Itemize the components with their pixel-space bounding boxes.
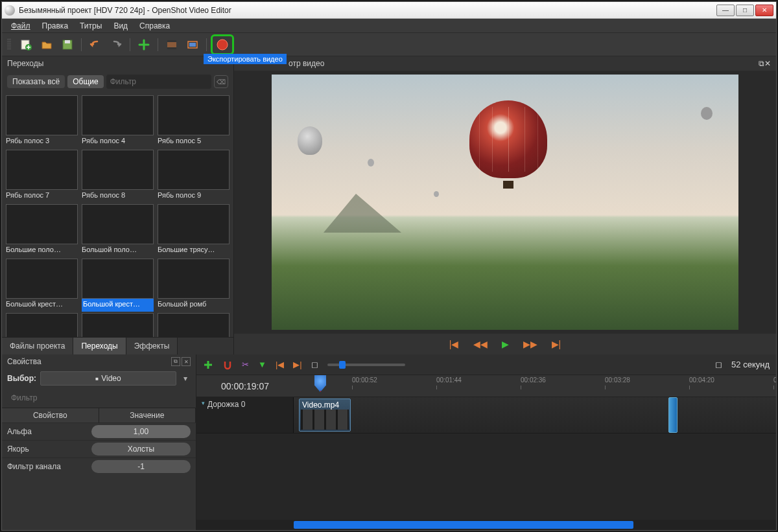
jump-end-button[interactable]: ▶| — [552, 339, 561, 349]
panel-close-button[interactable]: ✕ — [764, 59, 771, 68]
thumb-image — [82, 313, 154, 337]
transitions-panel-header: Переходы — [2, 56, 233, 71]
transition-thumb[interactable] — [6, 313, 78, 337]
menu-view[interactable]: Вид — [108, 20, 133, 32]
rewind-button[interactable]: ◀◀ — [473, 339, 488, 349]
track-header[interactable]: Дорожка 0 — [196, 397, 294, 433]
import-files-button[interactable] — [137, 38, 151, 52]
menu-help[interactable]: Справка — [134, 20, 175, 32]
properties-filter-input[interactable] — [7, 391, 191, 405]
fullscreen-button[interactable] — [185, 38, 200, 52]
timeline-ruler[interactable]: 00:00:5200:01:4400:02:3600:03:2800:04:20… — [294, 375, 776, 397]
clear-filter-button[interactable]: ⌫ — [214, 75, 228, 88]
menu-titles[interactable]: Титры — [75, 20, 107, 32]
save-project-button[interactable] — [60, 38, 75, 52]
thumb-label: Большой крест… — [6, 299, 78, 312]
track-row: Дорожка 0 Video.mp4 — [196, 397, 776, 434]
fast-forward-button[interactable]: ▶▶ — [523, 339, 537, 349]
timeline-duration: 52 секунд — [731, 360, 770, 369]
jump-start-button[interactable]: |◀ — [449, 339, 459, 349]
play-button[interactable]: ▶ — [502, 339, 509, 349]
svg-rect-8 — [189, 43, 196, 47]
transitions-filter-input[interactable] — [106, 75, 211, 89]
col-value[interactable]: Значение — [99, 408, 196, 422]
prop-key: Фильтр канала — [2, 458, 86, 475]
show-all-chip[interactable]: Показать всё — [7, 75, 65, 88]
undo-button[interactable] — [88, 38, 102, 52]
clip-end-handle[interactable] — [668, 397, 678, 433]
open-project-button[interactable] — [40, 38, 54, 52]
timeline-tracks[interactable]: Дорожка 0 Video.mp4 — [196, 397, 776, 520]
tab-effects[interactable]: Эффекты — [126, 338, 178, 354]
close-button[interactable]: ✕ — [755, 5, 773, 16]
timeline-toolbar: ✂ ▼ |◀ ▶| ◻ ◻ 52 секунд — [196, 354, 776, 375]
preview-panel-header: x отр видео ⧉ ✕ — [234, 56, 776, 71]
transition-thumb[interactable]: Большой ромб — [158, 259, 230, 312]
transition-thumb[interactable]: Рябь полос 7 — [6, 150, 78, 203]
new-project-button[interactable] — [19, 38, 33, 52]
svg-rect-3 — [65, 40, 70, 43]
menu-edit[interactable]: Правка — [37, 20, 74, 32]
selection-label: Выбор: — [7, 374, 36, 383]
transition-thumb[interactable]: Большие трясу… — [158, 204, 230, 257]
common-chip[interactable]: Общие — [67, 75, 103, 88]
profile-button[interactable] — [165, 38, 179, 52]
prop-value[interactable]: -1 — [91, 460, 191, 473]
property-row[interactable]: Фильтр канала-1 — [2, 457, 196, 475]
clip-label: Video.mp4 — [302, 400, 339, 410]
video-clip[interactable]: Video.mp4 — [299, 399, 351, 432]
export-video-button[interactable] — [215, 38, 230, 52]
transition-thumb[interactable]: Рябь полос 4 — [82, 95, 154, 148]
timecode-display[interactable]: 00:00:19:07 — [196, 375, 294, 397]
video-preview[interactable] — [234, 71, 776, 334]
maximize-button[interactable]: □ — [736, 5, 754, 16]
marker-button[interactable]: ▼ — [258, 360, 266, 369]
prop-value[interactable]: 1,00 — [91, 425, 191, 438]
transition-thumb[interactable]: Рябь полос 3 — [6, 95, 78, 148]
selection-caret[interactable]: ▾ — [180, 374, 191, 383]
razor-button[interactable]: ✂ — [242, 360, 249, 369]
timeline-scrollbar[interactable] — [196, 520, 776, 530]
transition-thumb[interactable] — [82, 313, 154, 337]
property-row[interactable]: Альфа1,00 — [2, 422, 196, 440]
thumb-image — [82, 259, 154, 299]
ruler-tick: 00:05:12 — [773, 376, 776, 384]
col-property[interactable]: Свойство — [2, 408, 99, 422]
snap-button[interactable] — [222, 360, 233, 370]
prop-value[interactable]: Холсты — [91, 443, 191, 456]
menu-file[interactable]: Файл — [6, 20, 36, 32]
panel-detach-button[interactable]: ⧉ — [759, 59, 764, 68]
minimize-button[interactable]: — — [716, 5, 735, 16]
thumb-image — [158, 95, 230, 135]
center-playhead-button[interactable]: ◻ — [311, 360, 318, 369]
property-row[interactable]: ЯкорьХолсты — [2, 440, 196, 457]
preview-title-suffix: отр видео — [289, 59, 324, 68]
ruler-tick: 00:00:52 — [352, 376, 377, 384]
transition-thumb[interactable]: Большой крест… — [82, 259, 154, 312]
zoom-slider[interactable] — [327, 364, 405, 366]
thumb-label: Большой ромб — [158, 299, 230, 312]
titlebar[interactable]: Безымянный проект [HDV 720 24p] - OpenSh… — [2, 2, 776, 19]
transition-thumb[interactable]: Рябь полос 9 — [158, 150, 230, 203]
props-close-button[interactable]: ✕ — [182, 357, 191, 366]
thumb-image — [82, 204, 154, 244]
transition-thumb[interactable]: Рябь полос 5 — [158, 95, 230, 148]
selection-dropdown[interactable]: Video — [40, 371, 176, 386]
transition-thumb[interactable]: Большие поло… — [6, 204, 78, 257]
playhead[interactable] — [314, 375, 326, 392]
thumb-label: Рябь полос 8 — [82, 190, 154, 203]
props-detach-button[interactable]: ⧉ — [171, 357, 180, 366]
svg-rect-5 — [167, 40, 176, 42]
tab-project-files[interactable]: Файлы проекта — [2, 338, 73, 354]
next-marker-button[interactable]: ▶| — [293, 360, 301, 369]
main-toolbar — [2, 33, 776, 56]
tab-transitions[interactable]: Переходы — [73, 338, 126, 354]
transition-thumb[interactable] — [158, 313, 230, 337]
add-track-button[interactable] — [203, 360, 213, 370]
redo-button[interactable] — [109, 38, 123, 52]
transition-thumb[interactable]: Большой крест… — [6, 259, 78, 312]
transition-thumb[interactable]: Рябь полос 8 — [82, 150, 154, 203]
prev-marker-button[interactable]: |◀ — [276, 360, 284, 369]
transition-thumb[interactable]: Большой поло… — [82, 204, 154, 257]
toolbar-grip[interactable] — [7, 39, 11, 51]
